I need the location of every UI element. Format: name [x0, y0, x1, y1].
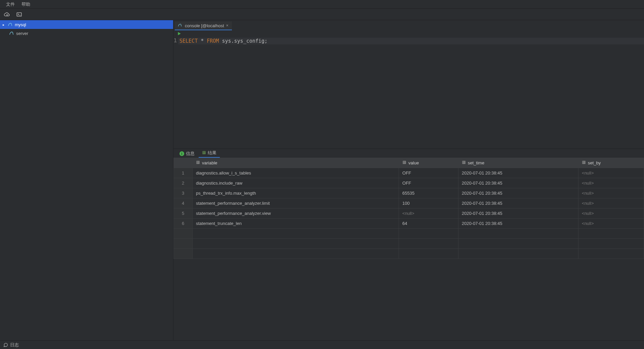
grid-icon — [462, 160, 466, 165]
cell-set_time[interactable]: 2020-07-01 20:38:45 — [458, 198, 578, 208]
grid-icon — [402, 160, 406, 165]
cell-variable[interactable]: statement_performance_analyzer.view — [193, 208, 399, 219]
column-header-variable[interactable]: variable — [193, 158, 399, 168]
table-row[interactable]: 2diagnostics.include_rawOFF2020-07-01 20… — [174, 178, 644, 188]
cell-value[interactable]: 100 — [399, 198, 458, 208]
tree-item-mysql[interactable]: ▸ mysql — [0, 20, 173, 29]
row-number[interactable]: 1 — [174, 168, 193, 178]
cell-set_by[interactable]: <null> — [578, 219, 644, 229]
toolbar — [0, 9, 644, 20]
column-header-set-by[interactable]: set_by — [578, 158, 644, 168]
cell-value[interactable]: 65535 — [399, 188, 458, 198]
run-icon[interactable] — [177, 31, 182, 37]
cell-set_time[interactable]: 2020-07-01 20:38:45 — [458, 219, 578, 229]
cell-set_by[interactable]: <null> — [578, 188, 644, 198]
cell-set_time[interactable]: 2020-07-01 20:38:45 — [458, 188, 578, 198]
cell-value[interactable]: OFF — [399, 178, 458, 188]
result-tab-label: 结果 — [208, 150, 216, 156]
svg-rect-0 — [17, 12, 22, 16]
svg-rect-3 — [403, 161, 406, 164]
grid-icon — [202, 151, 206, 156]
result-tab-label: 信息 — [186, 151, 195, 157]
cell-variable[interactable]: diagnostics.allow_i_s_tables — [193, 168, 399, 178]
table-row[interactable]: 5statement_performance_analyzer.view<nul… — [174, 208, 644, 219]
svg-rect-1 — [203, 151, 205, 154]
column-header-value[interactable]: value — [399, 158, 458, 168]
cell-value[interactable]: 64 — [399, 219, 458, 229]
editor-tab-console[interactable]: console [@localhost × — [175, 22, 232, 30]
editor-tab-label: console [@localhost — [185, 23, 224, 28]
column-label: value — [408, 160, 419, 165]
cell-set_time[interactable]: 2020-07-01 20:38:45 — [458, 208, 578, 219]
tree-item-label: server — [16, 31, 28, 36]
menubar: 文件 帮助 — [0, 0, 644, 9]
column-label: variable — [202, 160, 217, 165]
results-panel: i 信息 结果 varia — [173, 149, 644, 340]
cell-set_by[interactable]: <null> — [578, 168, 644, 178]
statusbar: 日志 — [0, 340, 644, 349]
menu-help[interactable]: 帮助 — [18, 0, 34, 8]
row-number[interactable]: 5 — [174, 208, 193, 219]
chat-icon[interactable] — [3, 343, 8, 347]
cell-variable[interactable]: diagnostics.include_raw — [193, 178, 399, 188]
result-tab-info[interactable]: i 信息 — [176, 150, 198, 158]
statusbar-log-label[interactable]: 日志 — [10, 342, 19, 348]
cloud-download-icon[interactable] — [4, 11, 10, 17]
table-row[interactable]: 3ps_thread_trx_info.max_length655352020-… — [174, 188, 644, 198]
cell-value[interactable]: <null> — [399, 208, 458, 219]
sql-text: * — [198, 38, 207, 44]
editor-area: console [@localhost × 1 SELECT * FROM sy… — [173, 20, 644, 340]
cell-set_by[interactable]: <null> — [578, 198, 644, 208]
row-number-header[interactable] — [174, 158, 193, 168]
svg-rect-5 — [582, 161, 585, 164]
mysql-icon — [9, 31, 14, 36]
table-row[interactable]: 1diagnostics.allow_i_s_tablesOFF2020-07-… — [174, 168, 644, 178]
column-label: set_time — [468, 160, 484, 165]
sql-keyword: FROM — [207, 38, 219, 44]
menu-file[interactable]: 文件 — [3, 0, 18, 8]
column-header-set-time[interactable]: set_time — [458, 158, 578, 168]
table-row[interactable]: 6statement_truncate_len642020-07-01 20:3… — [174, 219, 644, 229]
mysql-icon — [177, 23, 183, 28]
table-row-empty — [174, 249, 644, 259]
sql-keyword: SELECT — [179, 38, 198, 44]
svg-rect-2 — [197, 161, 199, 164]
database-tree: ▸ mysql server — [0, 20, 173, 340]
cell-set_by[interactable]: <null> — [578, 178, 644, 188]
table-row[interactable]: 4statement_performance_analyzer.limit100… — [174, 198, 644, 208]
row-number[interactable]: 4 — [174, 198, 193, 208]
tree-item-server[interactable]: server — [0, 29, 173, 38]
cell-set_time[interactable]: 2020-07-01 20:38:45 — [458, 178, 578, 188]
close-icon[interactable]: × — [226, 23, 229, 28]
cell-set_by[interactable]: <null> — [578, 208, 644, 219]
result-grid-wrapper[interactable]: variable value set_time set_by 1diagnost… — [173, 158, 644, 340]
row-number[interactable]: 3 — [174, 188, 193, 198]
result-tab-result[interactable]: 结果 — [199, 149, 220, 158]
editor-tab-strip: console [@localhost × — [173, 20, 644, 30]
table-row-empty — [174, 239, 644, 249]
row-number[interactable]: 6 — [174, 219, 193, 229]
column-label: set_by — [588, 160, 601, 165]
tree-item-label: mysql — [15, 22, 26, 27]
mysql-icon — [7, 22, 13, 27]
line-number: 1 — [173, 38, 178, 149]
result-tab-strip: i 信息 结果 — [173, 149, 644, 158]
table-row-empty — [174, 229, 644, 239]
sql-code[interactable]: SELECT * FROM sys.sys_config; — [178, 38, 644, 44]
info-icon: i — [179, 151, 184, 156]
result-grid: variable value set_time set_by 1diagnost… — [173, 158, 644, 259]
svg-rect-4 — [462, 161, 465, 164]
run-toolbar — [173, 30, 644, 38]
cell-variable[interactable]: ps_thread_trx_info.max_length — [193, 188, 399, 198]
row-number[interactable]: 2 — [174, 178, 193, 188]
cell-value[interactable]: OFF — [399, 168, 458, 178]
cell-set_time[interactable]: 2020-07-01 20:38:45 — [458, 168, 578, 178]
console-icon[interactable] — [16, 11, 22, 17]
cell-variable[interactable]: statement_performance_analyzer.limit — [193, 198, 399, 208]
cell-variable[interactable]: statement_truncate_len — [193, 219, 399, 229]
grid-icon — [582, 160, 586, 165]
grid-icon — [196, 160, 200, 165]
sql-editor[interactable]: 1 SELECT * FROM sys.sys_config; — [173, 38, 644, 149]
expand-arrow-icon[interactable]: ▸ — [3, 23, 5, 27]
sql-text: sys.sys_config; — [219, 38, 268, 44]
